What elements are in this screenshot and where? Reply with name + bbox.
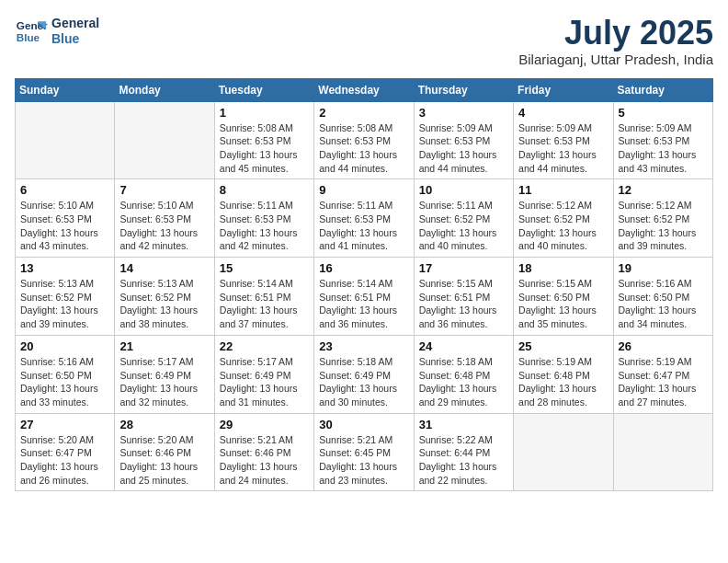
day-number: 2 (319, 106, 408, 120)
day-info: Sunrise: 5:22 AM Sunset: 6:44 PM Dayligh… (419, 433, 508, 488)
calendar-cell: 17Sunrise: 5:15 AM Sunset: 6:51 PM Dayli… (414, 258, 513, 336)
day-info: Sunrise: 5:16 AM Sunset: 6:50 PM Dayligh… (619, 277, 708, 331)
page-header: General Blue General Blue July 2025 Bila… (15, 15, 713, 67)
day-number: 13 (20, 261, 109, 275)
location: Bilariaganj, Uttar Pradesh, India (518, 52, 713, 67)
day-number: 6 (20, 183, 109, 197)
logo-line2: Blue (51, 31, 99, 47)
calendar-cell: 28Sunrise: 5:20 AM Sunset: 6:46 PM Dayli… (115, 413, 214, 491)
calendar-header: SundayMondayTuesdayWednesdayThursdayFrid… (16, 78, 713, 101)
day-of-week-header: Saturday (613, 78, 712, 101)
logo: General Blue General Blue (15, 15, 99, 48)
calendar-cell: 12Sunrise: 5:12 AM Sunset: 6:52 PM Dayli… (613, 179, 712, 258)
calendar-cell: 9Sunrise: 5:11 AM Sunset: 6:53 PM Daylig… (314, 179, 414, 258)
calendar-cell: 31Sunrise: 5:22 AM Sunset: 6:44 PM Dayli… (414, 413, 513, 491)
day-info: Sunrise: 5:08 AM Sunset: 6:53 PM Dayligh… (220, 121, 309, 176)
calendar-week-row: 1Sunrise: 5:08 AM Sunset: 6:53 PM Daylig… (16, 101, 713, 179)
day-number: 4 (518, 106, 608, 120)
calendar-cell (514, 413, 613, 491)
day-info: Sunrise: 5:09 AM Sunset: 6:53 PM Dayligh… (518, 121, 608, 176)
day-of-week-header: Sunday (16, 78, 115, 101)
day-info: Sunrise: 5:15 AM Sunset: 6:50 PM Dayligh… (518, 277, 608, 331)
day-info: Sunrise: 5:17 AM Sunset: 6:49 PM Dayligh… (119, 355, 209, 409)
day-info: Sunrise: 5:10 AM Sunset: 6:53 PM Dayligh… (119, 199, 209, 253)
calendar-cell: 5Sunrise: 5:09 AM Sunset: 6:53 PM Daylig… (613, 101, 712, 179)
calendar-cell: 10Sunrise: 5:11 AM Sunset: 6:52 PM Dayli… (414, 179, 513, 258)
month-year: July 2025 (518, 15, 713, 52)
calendar-week-row: 20Sunrise: 5:16 AM Sunset: 6:50 PM Dayli… (16, 335, 713, 413)
calendar-cell: 3Sunrise: 5:09 AM Sunset: 6:53 PM Daylig… (414, 101, 513, 179)
calendar-cell: 29Sunrise: 5:21 AM Sunset: 6:46 PM Dayli… (214, 413, 313, 491)
day-info: Sunrise: 5:13 AM Sunset: 6:52 PM Dayligh… (119, 277, 209, 331)
calendar-cell: 6Sunrise: 5:10 AM Sunset: 6:53 PM Daylig… (16, 179, 115, 258)
title-block: July 2025 Bilariaganj, Uttar Pradesh, In… (518, 15, 713, 67)
calendar-cell: 7Sunrise: 5:10 AM Sunset: 6:53 PM Daylig… (115, 179, 214, 258)
day-number: 26 (619, 339, 708, 353)
day-number: 30 (319, 418, 408, 431)
day-info: Sunrise: 5:13 AM Sunset: 6:52 PM Dayligh… (20, 277, 109, 331)
day-of-week-header: Monday (115, 78, 214, 101)
day-number: 1 (220, 106, 309, 120)
calendar-cell (613, 413, 712, 491)
day-number: 22 (220, 339, 309, 353)
calendar-cell (16, 101, 115, 179)
calendar-cell: 26Sunrise: 5:19 AM Sunset: 6:47 PM Dayli… (613, 335, 712, 413)
calendar-table: SundayMondayTuesdayWednesdayThursdayFrid… (15, 78, 713, 492)
day-number: 31 (419, 418, 508, 431)
logo-line1: General (51, 16, 99, 31)
calendar-cell: 13Sunrise: 5:13 AM Sunset: 6:52 PM Dayli… (16, 258, 115, 336)
day-number: 29 (220, 418, 309, 431)
day-number: 10 (419, 183, 508, 197)
calendar-week-row: 27Sunrise: 5:20 AM Sunset: 6:47 PM Dayli… (16, 413, 713, 491)
calendar-cell: 14Sunrise: 5:13 AM Sunset: 6:52 PM Dayli… (115, 258, 214, 336)
day-info: Sunrise: 5:19 AM Sunset: 6:47 PM Dayligh… (619, 355, 708, 409)
day-number: 19 (619, 261, 708, 275)
calendar-cell: 16Sunrise: 5:14 AM Sunset: 6:51 PM Dayli… (314, 258, 414, 336)
calendar-cell: 21Sunrise: 5:17 AM Sunset: 6:49 PM Dayli… (115, 335, 214, 413)
calendar-cell: 1Sunrise: 5:08 AM Sunset: 6:53 PM Daylig… (214, 101, 313, 179)
calendar-cell: 25Sunrise: 5:19 AM Sunset: 6:48 PM Dayli… (514, 335, 613, 413)
day-number: 16 (319, 261, 408, 275)
day-number: 25 (518, 339, 608, 353)
day-info: Sunrise: 5:18 AM Sunset: 6:48 PM Dayligh… (419, 355, 508, 409)
calendar-week-row: 13Sunrise: 5:13 AM Sunset: 6:52 PM Dayli… (16, 258, 713, 336)
day-number: 8 (220, 183, 309, 197)
calendar-cell: 11Sunrise: 5:12 AM Sunset: 6:52 PM Dayli… (514, 179, 613, 258)
calendar-cell: 4Sunrise: 5:09 AM Sunset: 6:53 PM Daylig… (514, 101, 613, 179)
day-number: 9 (319, 183, 408, 197)
calendar-body: 1Sunrise: 5:08 AM Sunset: 6:53 PM Daylig… (16, 101, 713, 491)
calendar-cell: 19Sunrise: 5:16 AM Sunset: 6:50 PM Dayli… (613, 258, 712, 336)
calendar-cell: 30Sunrise: 5:21 AM Sunset: 6:45 PM Dayli… (314, 413, 414, 491)
day-info: Sunrise: 5:08 AM Sunset: 6:53 PM Dayligh… (319, 121, 408, 176)
calendar-cell: 2Sunrise: 5:08 AM Sunset: 6:53 PM Daylig… (314, 101, 414, 179)
day-number: 15 (220, 261, 309, 275)
day-info: Sunrise: 5:21 AM Sunset: 6:46 PM Dayligh… (220, 433, 309, 488)
day-info: Sunrise: 5:19 AM Sunset: 6:48 PM Dayligh… (518, 355, 608, 409)
day-info: Sunrise: 5:10 AM Sunset: 6:53 PM Dayligh… (20, 199, 109, 253)
day-of-week-header: Thursday (414, 78, 513, 101)
day-of-week-header: Tuesday (214, 78, 313, 101)
day-info: Sunrise: 5:21 AM Sunset: 6:45 PM Dayligh… (319, 433, 408, 488)
day-number: 11 (518, 183, 608, 197)
day-number: 17 (419, 261, 508, 275)
day-info: Sunrise: 5:12 AM Sunset: 6:52 PM Dayligh… (518, 199, 608, 253)
day-info: Sunrise: 5:15 AM Sunset: 6:51 PM Dayligh… (419, 277, 508, 331)
calendar-cell: 22Sunrise: 5:17 AM Sunset: 6:49 PM Dayli… (214, 335, 313, 413)
calendar-cell (115, 101, 214, 179)
day-info: Sunrise: 5:11 AM Sunset: 6:52 PM Dayligh… (419, 199, 508, 253)
day-number: 27 (20, 418, 109, 431)
day-number: 3 (419, 106, 508, 120)
day-info: Sunrise: 5:20 AM Sunset: 6:46 PM Dayligh… (119, 433, 209, 488)
header-row: SundayMondayTuesdayWednesdayThursdayFrid… (16, 78, 713, 101)
calendar-cell: 18Sunrise: 5:15 AM Sunset: 6:50 PM Dayli… (514, 258, 613, 336)
calendar-cell: 27Sunrise: 5:20 AM Sunset: 6:47 PM Dayli… (16, 413, 115, 491)
day-number: 18 (518, 261, 608, 275)
day-info: Sunrise: 5:18 AM Sunset: 6:49 PM Dayligh… (319, 355, 408, 409)
svg-text:Blue: Blue (17, 31, 40, 43)
day-info: Sunrise: 5:11 AM Sunset: 6:53 PM Dayligh… (220, 199, 309, 253)
calendar-cell: 20Sunrise: 5:16 AM Sunset: 6:50 PM Dayli… (16, 335, 115, 413)
day-number: 12 (619, 183, 708, 197)
day-number: 23 (319, 339, 408, 353)
calendar-cell: 23Sunrise: 5:18 AM Sunset: 6:49 PM Dayli… (314, 335, 414, 413)
day-of-week-header: Wednesday (314, 78, 414, 101)
